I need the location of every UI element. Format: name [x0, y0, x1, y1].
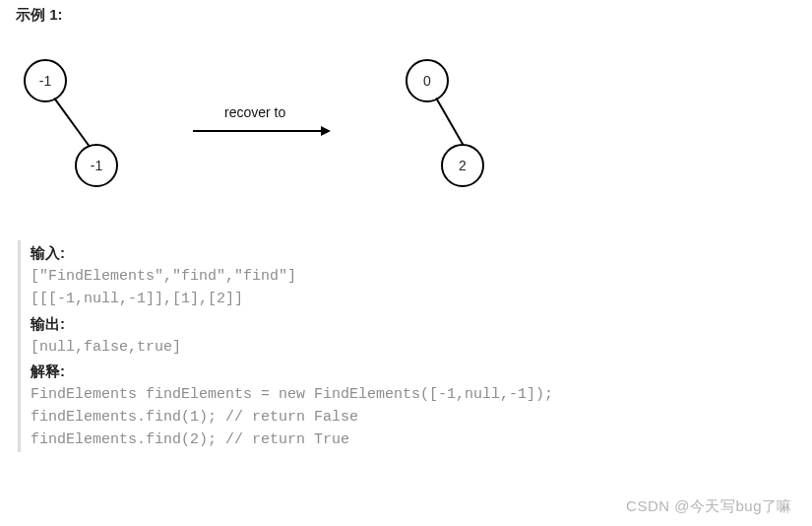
- node-value: 0: [423, 73, 431, 89]
- watermark-text: CSDN @今天写bug了嘛: [626, 497, 792, 516]
- input-line-1: ["FindElements","find","find"]: [31, 265, 788, 288]
- right-tree-right-child-node: 2: [441, 144, 484, 187]
- node-value: -1: [39, 73, 51, 89]
- left-tree-edge: [53, 98, 91, 148]
- input-label: 输入:: [31, 244, 788, 263]
- node-value: 2: [459, 158, 467, 173]
- recover-arrow-head: [321, 126, 331, 136]
- left-tree-right-child-node: -1: [75, 144, 118, 187]
- input-line-2: [[[-1,null,-1]],[1],[2]]: [31, 288, 788, 310]
- right-tree-edge: [435, 98, 464, 146]
- right-tree-root-node: 0: [406, 59, 449, 102]
- explain-label: 解释:: [31, 362, 788, 381]
- recover-arrow-label: recover to: [224, 104, 285, 120]
- output-line: [null,false,true]: [31, 336, 788, 359]
- example-title: 示例 1:: [16, 6, 63, 25]
- tree-diagram: -1 -1 recover to 0 2: [16, 45, 528, 223]
- explain-line-1: FindElements findElements = new FindElem…: [31, 383, 788, 406]
- recover-arrow-line: [193, 130, 321, 132]
- explain-line-3: findElements.find(2); // return True: [31, 428, 788, 451]
- node-value: -1: [91, 158, 102, 173]
- output-label: 输出:: [31, 315, 788, 334]
- example-io-block: 输入: ["FindElements","find","find"] [[[-1…: [18, 240, 788, 452]
- left-tree-root-node: -1: [24, 59, 67, 102]
- explain-line-2: findElements.find(1); // return False: [31, 406, 788, 428]
